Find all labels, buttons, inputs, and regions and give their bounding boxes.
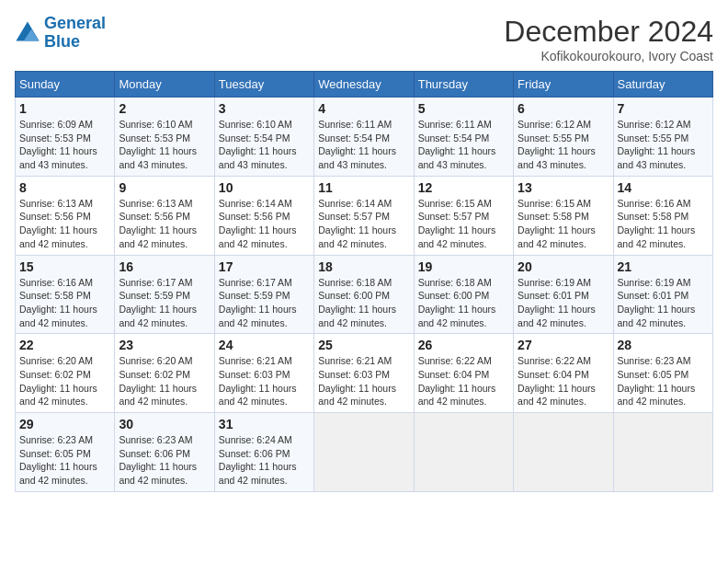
calendar-cell	[514, 413, 613, 492]
location: Kofikokourokouro, Ivory Coast	[504, 49, 713, 63]
day-number: 30	[119, 417, 210, 431]
day-info: Sunrise: 6:12 AM Sunset: 5:55 PM Dayligh…	[518, 118, 609, 172]
calendar-cell: 1Sunrise: 6:09 AM Sunset: 5:53 PM Daylig…	[16, 98, 115, 177]
day-info: Sunrise: 6:13 AM Sunset: 5:56 PM Dayligh…	[19, 197, 110, 251]
logo: General Blue	[15, 15, 106, 52]
calendar-cell: 6Sunrise: 6:12 AM Sunset: 5:55 PM Daylig…	[514, 98, 613, 177]
day-info: Sunrise: 6:16 AM Sunset: 5:58 PM Dayligh…	[19, 276, 110, 330]
calendar-cell: 14Sunrise: 6:16 AM Sunset: 5:58 PM Dayli…	[613, 176, 712, 255]
title-area: December 2024 Kofikokourokouro, Ivory Co…	[504, 15, 713, 63]
day-number: 29	[19, 417, 110, 431]
weekday-header-row: SundayMondayTuesdayWednesdayThursdayFrid…	[16, 72, 713, 98]
day-info: Sunrise: 6:19 AM Sunset: 6:01 PM Dayligh…	[618, 276, 709, 330]
day-number: 14	[618, 180, 709, 195]
day-number: 31	[219, 417, 310, 431]
weekday-header-sunday: Sunday	[16, 72, 115, 98]
calendar-cell: 28Sunrise: 6:23 AM Sunset: 6:05 PM Dayli…	[613, 334, 712, 413]
logo-general: General	[44, 14, 106, 32]
day-info: Sunrise: 6:10 AM Sunset: 5:53 PM Dayligh…	[119, 118, 210, 172]
weekday-header-wednesday: Wednesday	[314, 72, 414, 98]
day-number: 7	[618, 101, 709, 116]
calendar-cell: 2Sunrise: 6:10 AM Sunset: 5:53 PM Daylig…	[115, 98, 214, 177]
day-info: Sunrise: 6:19 AM Sunset: 6:01 PM Dayligh…	[518, 276, 609, 330]
calendar-cell: 11Sunrise: 6:14 AM Sunset: 5:57 PM Dayli…	[314, 176, 414, 255]
calendar-cell: 30Sunrise: 6:23 AM Sunset: 6:06 PM Dayli…	[115, 413, 214, 492]
calendar-cell: 4Sunrise: 6:11 AM Sunset: 5:54 PM Daylig…	[314, 98, 414, 177]
calendar-cell: 3Sunrise: 6:10 AM Sunset: 5:54 PM Daylig…	[214, 98, 313, 177]
day-info: Sunrise: 6:15 AM Sunset: 5:57 PM Dayligh…	[418, 197, 509, 251]
day-number: 8	[19, 180, 110, 195]
calendar-cell: 19Sunrise: 6:18 AM Sunset: 6:00 PM Dayli…	[414, 255, 513, 334]
calendar-table: SundayMondayTuesdayWednesdayThursdayFrid…	[15, 71, 713, 492]
calendar-cell: 18Sunrise: 6:18 AM Sunset: 6:00 PM Dayli…	[314, 255, 414, 334]
weekday-header-friday: Friday	[514, 72, 613, 98]
weekday-header-monday: Monday	[115, 72, 214, 98]
day-number: 13	[518, 180, 609, 195]
calendar-week-4: 22Sunrise: 6:20 AM Sunset: 6:02 PM Dayli…	[16, 334, 713, 413]
weekday-header-tuesday: Tuesday	[214, 72, 313, 98]
day-info: Sunrise: 6:15 AM Sunset: 5:58 PM Dayligh…	[518, 197, 609, 251]
calendar-week-3: 15Sunrise: 6:16 AM Sunset: 5:58 PM Dayli…	[16, 255, 713, 334]
calendar-cell: 7Sunrise: 6:12 AM Sunset: 5:55 PM Daylig…	[613, 98, 712, 177]
calendar-week-5: 29Sunrise: 6:23 AM Sunset: 6:05 PM Dayli…	[16, 413, 713, 492]
day-info: Sunrise: 6:18 AM Sunset: 6:00 PM Dayligh…	[418, 276, 509, 330]
day-info: Sunrise: 6:21 AM Sunset: 6:03 PM Dayligh…	[318, 354, 409, 408]
calendar-cell: 31Sunrise: 6:24 AM Sunset: 6:06 PM Dayli…	[214, 413, 313, 492]
calendar-week-2: 8Sunrise: 6:13 AM Sunset: 5:56 PM Daylig…	[16, 176, 713, 255]
day-info: Sunrise: 6:17 AM Sunset: 5:59 PM Dayligh…	[119, 276, 210, 330]
calendar-cell: 9Sunrise: 6:13 AM Sunset: 5:56 PM Daylig…	[115, 176, 214, 255]
calendar-cell: 21Sunrise: 6:19 AM Sunset: 6:01 PM Dayli…	[613, 255, 712, 334]
month-title: December 2024	[504, 15, 713, 49]
day-info: Sunrise: 6:22 AM Sunset: 6:04 PM Dayligh…	[418, 354, 509, 408]
day-number: 4	[318, 101, 409, 116]
day-number: 21	[618, 259, 709, 274]
day-info: Sunrise: 6:20 AM Sunset: 6:02 PM Dayligh…	[119, 354, 210, 408]
day-info: Sunrise: 6:22 AM Sunset: 6:04 PM Dayligh…	[518, 354, 609, 408]
day-number: 20	[518, 259, 609, 274]
day-number: 19	[418, 259, 509, 274]
calendar-cell: 29Sunrise: 6:23 AM Sunset: 6:05 PM Dayli…	[16, 413, 115, 492]
calendar-cell: 26Sunrise: 6:22 AM Sunset: 6:04 PM Dayli…	[414, 334, 513, 413]
day-number: 23	[119, 338, 210, 352]
calendar-cell	[613, 413, 712, 492]
calendar-cell: 12Sunrise: 6:15 AM Sunset: 5:57 PM Dayli…	[414, 176, 513, 255]
calendar-cell: 25Sunrise: 6:21 AM Sunset: 6:03 PM Dayli…	[314, 334, 414, 413]
calendar-week-1: 1Sunrise: 6:09 AM Sunset: 5:53 PM Daylig…	[16, 98, 713, 177]
day-info: Sunrise: 6:13 AM Sunset: 5:56 PM Dayligh…	[119, 197, 210, 251]
day-info: Sunrise: 6:10 AM Sunset: 5:54 PM Dayligh…	[219, 118, 310, 172]
day-number: 3	[219, 101, 310, 116]
day-number: 18	[318, 259, 409, 274]
day-number: 17	[219, 259, 310, 274]
calendar-cell	[414, 413, 513, 492]
day-number: 11	[318, 180, 409, 195]
calendar-cell	[314, 413, 414, 492]
day-number: 9	[119, 180, 210, 195]
day-number: 26	[418, 338, 509, 352]
day-info: Sunrise: 6:14 AM Sunset: 5:56 PM Dayligh…	[219, 197, 310, 251]
day-info: Sunrise: 6:20 AM Sunset: 6:02 PM Dayligh…	[19, 354, 110, 408]
calendar-cell: 24Sunrise: 6:21 AM Sunset: 6:03 PM Dayli…	[214, 334, 313, 413]
day-info: Sunrise: 6:23 AM Sunset: 6:06 PM Dayligh…	[119, 433, 210, 488]
day-info: Sunrise: 6:11 AM Sunset: 5:54 PM Dayligh…	[418, 118, 509, 172]
calendar-cell: 17Sunrise: 6:17 AM Sunset: 5:59 PM Dayli…	[214, 255, 313, 334]
header: General Blue December 2024 Kofikokouroko…	[15, 15, 713, 63]
day-number: 27	[518, 338, 609, 352]
day-number: 16	[119, 259, 210, 274]
day-number: 25	[318, 338, 409, 352]
day-number: 12	[418, 180, 509, 195]
day-info: Sunrise: 6:17 AM Sunset: 5:59 PM Dayligh…	[219, 276, 310, 330]
day-info: Sunrise: 6:12 AM Sunset: 5:55 PM Dayligh…	[618, 118, 709, 172]
day-info: Sunrise: 6:11 AM Sunset: 5:54 PM Dayligh…	[318, 118, 409, 172]
calendar-cell: 16Sunrise: 6:17 AM Sunset: 5:59 PM Dayli…	[115, 255, 214, 334]
calendar-cell: 15Sunrise: 6:16 AM Sunset: 5:58 PM Dayli…	[16, 255, 115, 334]
logo-text: General Blue	[44, 15, 106, 52]
calendar-cell: 8Sunrise: 6:13 AM Sunset: 5:56 PM Daylig…	[16, 176, 115, 255]
logo-icon	[15, 20, 40, 46]
calendar-cell: 20Sunrise: 6:19 AM Sunset: 6:01 PM Dayli…	[514, 255, 613, 334]
day-info: Sunrise: 6:23 AM Sunset: 6:05 PM Dayligh…	[19, 433, 110, 488]
weekday-header-saturday: Saturday	[613, 72, 712, 98]
day-number: 10	[219, 180, 310, 195]
day-info: Sunrise: 6:16 AM Sunset: 5:58 PM Dayligh…	[618, 197, 709, 251]
calendar-cell: 5Sunrise: 6:11 AM Sunset: 5:54 PM Daylig…	[414, 98, 513, 177]
day-number: 2	[119, 101, 210, 116]
